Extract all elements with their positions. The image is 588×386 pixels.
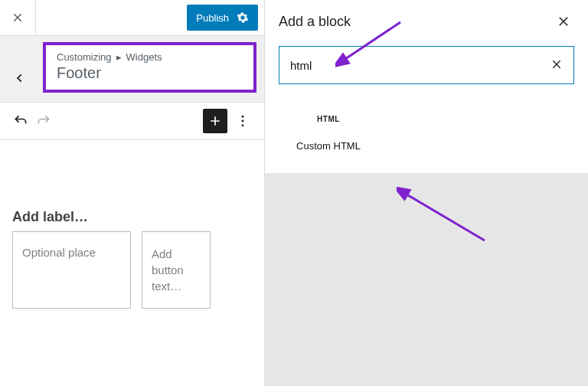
breadcrumb-level1: Customizing xyxy=(57,51,112,63)
dots-vertical-icon xyxy=(235,113,250,129)
inserter-empty-area xyxy=(265,173,588,386)
search-button-text-field[interactable]: Add button text… xyxy=(142,231,211,309)
svg-point-2 xyxy=(242,124,244,126)
publish-button[interactable]: Publish xyxy=(187,5,258,31)
clear-search-button[interactable] xyxy=(550,58,563,73)
chevron-left-icon xyxy=(15,73,25,83)
breadcrumb: Customizing ▸ Widgets Footer xyxy=(43,42,256,93)
customizer-topbar: Publish xyxy=(0,0,264,36)
block-search-box[interactable] xyxy=(279,46,574,84)
close-inserter-button[interactable] xyxy=(553,11,574,32)
block-inserter-header: Add a block xyxy=(265,0,588,43)
svg-point-1 xyxy=(242,120,244,123)
close-icon xyxy=(11,11,24,24)
publish-label: Publish xyxy=(196,12,229,24)
block-search-input[interactable] xyxy=(290,59,550,72)
close-button[interactable] xyxy=(0,0,36,36)
plus-icon xyxy=(207,113,223,129)
search-block-label: Add label… xyxy=(12,209,252,225)
breadcrumb-separator-icon: ▸ xyxy=(116,51,122,63)
block-result-label: Custom HTML xyxy=(296,140,361,152)
add-block-button[interactable] xyxy=(203,109,227,133)
svg-point-0 xyxy=(242,116,244,118)
page-title: Footer xyxy=(57,64,243,82)
editor-toolbar xyxy=(0,102,264,140)
html-icon: HTML xyxy=(317,115,340,123)
undo-button[interactable] xyxy=(9,110,32,132)
breadcrumb-level2: Widgets xyxy=(126,51,162,63)
gear-icon xyxy=(237,11,249,24)
redo-button[interactable] xyxy=(32,110,55,132)
undo-icon xyxy=(13,113,28,129)
block-result-custom-html[interactable]: HTML Custom HTML xyxy=(279,107,378,162)
close-icon xyxy=(550,58,563,70)
close-icon xyxy=(557,15,570,28)
more-options-button[interactable] xyxy=(230,109,255,133)
block-results: HTML Custom HTML xyxy=(265,84,588,162)
search-placeholder-field[interactable]: Optional place xyxy=(12,231,131,309)
block-inserter-title: Add a block xyxy=(279,14,351,30)
back-button[interactable] xyxy=(11,69,29,87)
redo-icon xyxy=(36,113,51,129)
widget-editor: Add label… Optional place Add button tex… xyxy=(0,140,264,386)
